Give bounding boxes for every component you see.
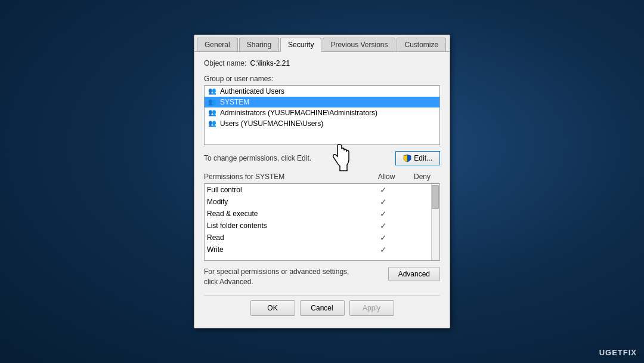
edit-button[interactable]: Edit... — [395, 151, 440, 165]
permissions-scrollbar-thumb[interactable] — [432, 185, 439, 209]
apply-button[interactable]: Apply — [349, 300, 394, 316]
tab-previous-versions[interactable]: Previous Versions — [323, 38, 395, 51]
perm-row-readexecute: Read & execute ✓ — [205, 208, 439, 220]
user-item-administrators[interactable]: 👥 Administrators (YUSUFMACHINE\Administr… — [205, 107, 439, 118]
user-icon-users: 👥 — [207, 119, 218, 128]
permissions-table[interactable]: Full control ✓ Modify ✓ Read & execute ✓… — [204, 183, 440, 261]
perm-row-fullcontrol: Full control ✓ — [205, 184, 439, 196]
allow-column-header: Allow — [369, 173, 404, 181]
user-item-users[interactable]: 👥 Users (YUSUFMACHINE\Users) — [205, 118, 439, 129]
advanced-button[interactable]: Advanced — [388, 267, 440, 281]
users-list[interactable]: 👥 Authenticated Users 👥 SYSTEM 👥 Adminis… — [204, 85, 440, 145]
fullcontrol-allow-check: ✓ — [366, 185, 401, 195]
tab-general[interactable]: General — [197, 38, 238, 51]
edit-row: To change permissions, click Edit. Edit.… — [204, 151, 440, 165]
deny-column-header: Deny — [404, 173, 440, 181]
listfolder-allow-check: ✓ — [366, 221, 401, 230]
properties-dialog: General Sharing Security Previous Versio… — [194, 35, 450, 329]
tab-sharing[interactable]: Sharing — [239, 38, 279, 51]
object-name-label: Object name: — [204, 59, 246, 67]
watermark: UGETFIX — [599, 348, 637, 357]
group-label: Group or user names: — [204, 75, 440, 83]
cancel-button[interactable]: Cancel — [300, 300, 345, 316]
ok-button[interactable]: OK — [250, 300, 295, 316]
advanced-row: For special permissions or advanced sett… — [204, 267, 440, 287]
edit-prompt-text: To change permissions, click Edit. — [204, 154, 311, 162]
read-allow-check: ✓ — [366, 233, 401, 242]
perm-row-read: Read ✓ — [205, 232, 439, 244]
edit-button-label: Edit... — [414, 154, 432, 162]
advanced-text: For special permissions or advanced sett… — [204, 267, 353, 287]
tab-customize[interactable]: Customize — [397, 38, 446, 51]
object-name-value: C:\links-2.21 — [250, 59, 290, 67]
dialog-content: Object name: C:\links-2.21 Group or user… — [194, 52, 450, 328]
permissions-scrollbar[interactable] — [431, 184, 439, 260]
tab-bar: General Sharing Security Previous Versio… — [194, 35, 450, 52]
modify-allow-check: ✓ — [366, 197, 401, 207]
user-item-system[interactable]: 👥 SYSTEM — [205, 97, 439, 107]
permissions-header: Permissions for SYSTEM Allow Deny — [204, 173, 440, 181]
user-item-authenticated[interactable]: 👥 Authenticated Users — [205, 86, 439, 97]
bottom-buttons: OK Cancel Apply — [204, 295, 440, 318]
permissions-title: Permissions for SYSTEM — [204, 173, 369, 181]
tab-security[interactable]: Security — [280, 38, 321, 52]
object-name-row: Object name: C:\links-2.21 — [204, 59, 440, 67]
perm-row-write: Write ✓ — [205, 244, 439, 256]
user-icon-administrators: 👥 — [207, 109, 218, 117]
perm-row-modify: Modify ✓ — [205, 196, 439, 208]
write-allow-check: ✓ — [366, 245, 401, 254]
user-icon-authenticated: 👥 — [207, 87, 218, 96]
perm-row-listfolder: List folder contents ✓ — [205, 220, 439, 232]
readexecute-allow-check: ✓ — [366, 209, 401, 219]
shield-uac-icon — [403, 154, 411, 162]
user-icon-system: 👥 — [207, 98, 218, 106]
